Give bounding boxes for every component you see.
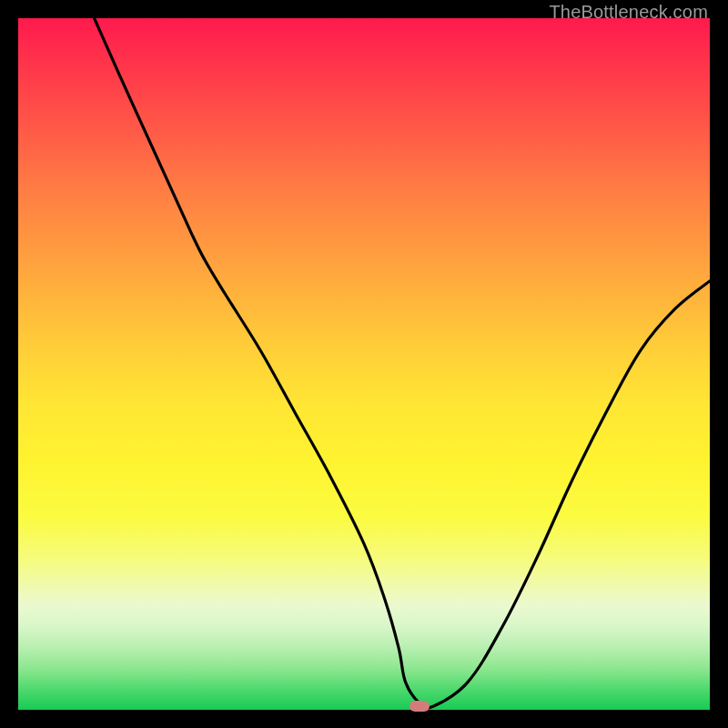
plot-area — [18, 18, 710, 710]
bottleneck-curve — [18, 18, 710, 710]
optimum-marker — [410, 701, 430, 712]
chart-frame: TheBottleneck.com — [0, 0, 728, 728]
